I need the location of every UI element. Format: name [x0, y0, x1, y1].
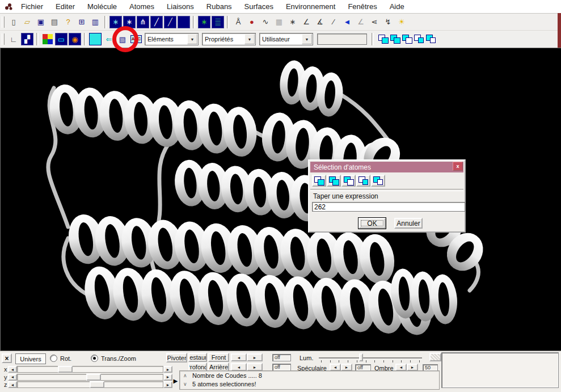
- y-slider-left-arrow[interactable]: ◄: [8, 374, 17, 381]
- stick-display-icon[interactable]: ∗: [123, 16, 136, 28]
- select-toggle-icon[interactable]: [426, 35, 436, 44]
- menu-molecule[interactable]: Molécule: [81, 1, 123, 12]
- user-combo[interactable]: Utilisateur▼: [259, 33, 313, 45]
- save-icon[interactable]: ▣: [35, 16, 47, 28]
- toolbar-gripper-2[interactable]: [2, 33, 5, 45]
- undo-arrow-icon[interactable]: ⇐: [103, 33, 115, 45]
- radio-trans-zoom[interactable]: Trans./Zoom: [91, 355, 136, 362]
- ruler-axis-icon[interactable]: ∟: [7, 33, 20, 45]
- lasso-select-icon[interactable]: ∿: [259, 16, 272, 28]
- x-slider-left-arrow[interactable]: ◄: [8, 366, 17, 373]
- front-clip-increase[interactable]: ►: [247, 353, 263, 361]
- color-palette-icon[interactable]: [41, 33, 54, 45]
- elements-combo-arrow-icon[interactable]: ▼: [187, 34, 197, 44]
- luminosity-slider-track[interactable]: [319, 357, 422, 359]
- radio-trans-zoom-circle[interactable]: [91, 355, 98, 362]
- x-slider-right-arrow[interactable]: ►: [163, 366, 172, 373]
- status-scroll-up-icon[interactable]: ∧: [183, 373, 188, 378]
- distance-measure-icon[interactable]: ∕: [327, 16, 340, 28]
- restaure-button[interactable]: Restaure: [188, 353, 207, 362]
- dotted-sphere-icon[interactable]: ▒: [212, 16, 224, 28]
- zigzag-measure-icon[interactable]: ↯: [382, 16, 394, 28]
- user-combo-arrow-icon[interactable]: ▼: [302, 34, 312, 44]
- z-slider-thumb[interactable]: [90, 381, 104, 388]
- radio-rotation-circle[interactable]: [50, 355, 57, 362]
- toolbar-gripper[interactable]: [2, 16, 5, 28]
- back-clip-increase[interactable]: ►: [247, 363, 263, 371]
- expand-status-triangle[interactable]: ►: [172, 377, 179, 385]
- axes-star-icon[interactable]: ∗: [286, 16, 299, 28]
- menu-aide[interactable]: Aide: [383, 1, 411, 12]
- blue-checker-icon[interactable]: ▞: [21, 33, 33, 45]
- select-add-icon[interactable]: [390, 35, 400, 44]
- luminosity-slider-thumb[interactable]: [359, 353, 363, 361]
- x-slider-thumb[interactable]: [58, 366, 73, 373]
- radio-rotation[interactable]: Rot.: [50, 355, 71, 362]
- cancel-button[interactable]: Annuler: [394, 218, 423, 229]
- select-add-icon-button[interactable]: [327, 175, 341, 187]
- menu-rubans[interactable]: Rubans: [200, 1, 238, 12]
- select-intersect-icon-button[interactable]: [356, 175, 370, 187]
- grid-window-icon[interactable]: ⊞: [75, 16, 88, 28]
- sticker-label-icon[interactable]: ▭: [55, 33, 68, 45]
- angle-measure2-icon[interactable]: ∡: [314, 16, 326, 28]
- prev-selection-icon[interactable]: ⋖: [368, 16, 381, 28]
- cpk-balls-icon[interactable]: ●: [246, 16, 258, 28]
- edit-label-icon[interactable]: ▧: [116, 33, 129, 45]
- select-intersect-icon[interactable]: [414, 35, 424, 44]
- thick-bond-icon[interactable]: ╱: [150, 16, 163, 28]
- x-slider-track[interactable]: [17, 366, 163, 373]
- menu-environnement[interactable]: Environnement: [280, 1, 341, 12]
- menu-atomes[interactable]: Atomes: [123, 1, 161, 12]
- elements-combo[interactable]: Eléments▼: [145, 33, 199, 45]
- pivoter-button[interactable]: Pivoter: [166, 353, 187, 363]
- molecule-display-icon[interactable]: ∗: [109, 16, 122, 28]
- dashed-angle-icon[interactable]: ∠: [355, 16, 367, 28]
- texture-button[interactable]: [429, 353, 441, 361]
- front-clip-decrease[interactable]: ◄: [231, 353, 247, 361]
- univers-label[interactable]: Univers: [15, 353, 46, 364]
- menu-editer[interactable]: Editer: [49, 1, 81, 12]
- select-toggle-icon-button[interactable]: [371, 175, 385, 187]
- properties-combo[interactable]: Propriétés▼: [202, 33, 256, 45]
- menu-fenetres[interactable]: Fenêtres: [341, 1, 383, 12]
- new-file-icon[interactable]: ▯: [7, 16, 20, 28]
- molecule-viewport[interactable]: [0, 48, 561, 351]
- menu-fichier[interactable]: Fichier: [15, 1, 49, 12]
- dialog-titlebar[interactable]: Sélection d'atomes: [310, 162, 463, 172]
- back-clip-decrease[interactable]: ◄: [231, 363, 247, 371]
- branch-display-icon[interactable]: ⋔: [137, 16, 149, 28]
- expression-input[interactable]: [312, 202, 465, 212]
- thin-bond-icon[interactable]: ╱: [164, 16, 176, 28]
- select-subtract-icon-button[interactable]: [341, 175, 356, 187]
- torsion-icon[interactable]: ◄: [341, 16, 353, 28]
- print-icon[interactable]: ▤: [48, 16, 61, 28]
- select-new-icon-button[interactable]: [312, 175, 326, 187]
- fragments-icon[interactable]: ▦: [273, 16, 285, 28]
- y-slider-thumb[interactable]: [86, 374, 101, 381]
- y-slider-right-arrow[interactable]: ►: [163, 374, 172, 381]
- front-button[interactable]: Front: [208, 353, 229, 362]
- dialog-close-button[interactable]: x: [453, 162, 463, 171]
- expression-quickbox[interactable]: [317, 33, 367, 45]
- orange-sphere-icon[interactable]: ◉: [69, 33, 81, 45]
- properties-combo-arrow-icon[interactable]: ▼: [244, 34, 255, 44]
- green-molecule-icon[interactable]: ∗: [198, 16, 210, 28]
- blank-display-icon[interactable]: [178, 16, 190, 28]
- abc-label-icon[interactable]: AbC: [130, 33, 142, 45]
- open-folder-icon[interactable]: ▱: [21, 16, 33, 28]
- select-new-icon[interactable]: [378, 35, 389, 44]
- energy-flash-icon[interactable]: ☀: [395, 16, 408, 28]
- menu-surfaces[interactable]: Surfaces: [238, 1, 280, 12]
- status-scroll-down-icon[interactable]: ∨: [183, 381, 188, 387]
- help-icon[interactable]: ?: [62, 16, 74, 28]
- cyan-square-icon[interactable]: [89, 33, 102, 45]
- ok-button[interactable]: OK: [358, 218, 386, 229]
- z-slider-right-arrow[interactable]: ►: [163, 381, 172, 388]
- angle-measure-icon[interactable]: ∠: [300, 16, 313, 28]
- data-sheet-icon[interactable]: ▥: [89, 16, 102, 28]
- menu-liaisons[interactable]: Liaisons: [161, 1, 200, 12]
- select-subtract-icon[interactable]: [402, 35, 412, 44]
- z-slider-left-arrow[interactable]: ◄: [8, 381, 17, 388]
- panel-close-button[interactable]: ×: [2, 353, 12, 363]
